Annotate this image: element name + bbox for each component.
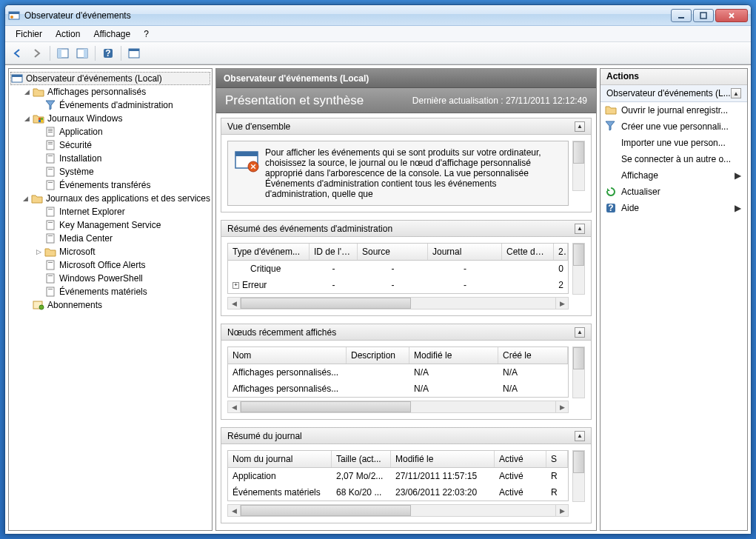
- toolbar-separator: [50, 46, 50, 61]
- col-s[interactable]: S: [546, 451, 568, 467]
- svg-rect-33: [48, 209, 53, 210]
- col-created[interactable]: Créé le: [498, 347, 568, 364]
- svg-rect-12: [129, 49, 139, 51]
- col-size[interactable]: Taille (act...: [332, 451, 391, 467]
- forward-button[interactable]: [29, 45, 45, 61]
- col-24h[interactable]: 24 h: [554, 244, 568, 260]
- tree-win-security[interactable]: Sécurité: [10, 138, 210, 152]
- collapse-button[interactable]: ▲: [575, 121, 585, 132]
- action-view[interactable]: Affichage▶: [601, 167, 747, 184]
- tree-app-office[interactable]: Microsoft Office Alerts: [10, 258, 210, 272]
- table-row[interactable]: Affichages personnalisés...N/AN/A: [228, 364, 568, 381]
- vertical-scrollbar[interactable]: [572, 243, 585, 295]
- menu-help[interactable]: ?: [138, 27, 155, 41]
- svg-text:?: ?: [608, 203, 613, 213]
- col-modified[interactable]: Modifié le: [391, 451, 495, 467]
- svg-rect-17: [39, 120, 41, 122]
- col-type[interactable]: Type d'événem...: [228, 244, 310, 260]
- svg-rect-36: [47, 234, 54, 243]
- help-toolbar-button[interactable]: ?: [100, 45, 116, 61]
- collapse-button[interactable]: ▲: [575, 431, 585, 441]
- log-icon: [44, 206, 56, 218]
- recent-table[interactable]: Nom Description Modifié le Créé le Affic…: [227, 346, 569, 398]
- action-connect[interactable]: Se connecter à un autre o...: [601, 151, 747, 167]
- back-button[interactable]: [10, 45, 26, 61]
- svg-rect-1: [9, 12, 19, 14]
- horizontal-scrollbar[interactable]: ◀▶: [227, 504, 569, 517]
- tree-win-application[interactable]: Application: [10, 125, 210, 138]
- properties-button[interactable]: [126, 45, 142, 61]
- tree-win-system[interactable]: Système: [10, 165, 210, 178]
- show-actions-button[interactable]: [74, 45, 90, 61]
- table-row[interactable]: Application2,07 Mo/2...27/11/2011 11:57:…: [228, 468, 568, 484]
- svg-rect-38: [47, 261, 54, 270]
- collapse-button[interactable]: ▲: [575, 327, 585, 338]
- maximize-button[interactable]: [693, 9, 714, 22]
- svg-rect-16: [41, 118, 43, 120]
- action-open-log[interactable]: Ouvrir le journal enregistr...: [601, 102, 747, 118]
- vertical-scrollbar[interactable]: [572, 141, 585, 191]
- svg-rect-21: [48, 130, 53, 131]
- collapse-button[interactable]: ▲: [731, 88, 741, 98]
- table-row[interactable]: Critique - - - 0: [228, 261, 568, 277]
- col-mod[interactable]: Modifié le: [409, 347, 498, 364]
- action-create-view[interactable]: Créer une vue personnali...: [601, 118, 747, 135]
- action-import-view[interactable]: Importer une vue person...: [601, 135, 747, 151]
- tree-app-logs[interactable]: ◢Journaux des applications et des servic…: [10, 192, 210, 205]
- main-content[interactable]: Vue d'ensemble▲ Pour afficher les événem…: [216, 113, 596, 530]
- app-window: Observateur d'événements Fichier Action …: [4, 4, 752, 535]
- tree-app-hardware[interactable]: Événements matériels: [10, 285, 210, 298]
- tree-windows-logs[interactable]: ◢Journaux Windows: [10, 112, 210, 125]
- minimize-button[interactable]: [671, 9, 692, 22]
- collapse-button[interactable]: ▲: [575, 224, 585, 234]
- actions-group-header[interactable]: Observateur d'événements (L... ▲: [601, 85, 747, 102]
- collapse-icon[interactable]: ◢: [22, 114, 31, 123]
- main-subtitle: Présentation et synthèse: [225, 93, 364, 108]
- action-help[interactable]: ?Aide▶: [601, 200, 747, 216]
- action-refresh[interactable]: Actualiser: [601, 184, 747, 200]
- horizontal-scrollbar[interactable]: ◀▶: [227, 401, 569, 413]
- col-log[interactable]: Journal: [428, 244, 502, 260]
- menu-action[interactable]: Action: [50, 27, 86, 41]
- tree-app-kms[interactable]: Key Management Service: [10, 218, 210, 232]
- collapse-icon[interactable]: ◢: [22, 87, 31, 96]
- tree-app-microsoft[interactable]: ▷Microsoft: [10, 245, 210, 258]
- log-icon: [44, 272, 56, 284]
- tree-panel[interactable]: Observateur d'événements (Local) ◢Affich…: [8, 68, 213, 531]
- col-id[interactable]: ID de l'é...: [310, 244, 358, 260]
- vertical-scrollbar[interactable]: [572, 346, 585, 398]
- menu-view[interactable]: Affichage: [87, 27, 136, 41]
- col-logname[interactable]: Nom du journal: [228, 451, 332, 467]
- tree-root[interactable]: Observateur d'événements (Local): [10, 72, 210, 85]
- horizontal-scrollbar[interactable]: ◀▶: [227, 297, 569, 309]
- table-row[interactable]: Événements matériels68 Ko/20 ...23/06/20…: [228, 484, 568, 500]
- col-name[interactable]: Nom: [228, 347, 347, 364]
- summary-table[interactable]: Type d'événem... ID de l'é... Source Jou…: [227, 243, 569, 294]
- menu-file[interactable]: Fichier: [10, 27, 48, 41]
- expand-icon[interactable]: ▷: [34, 247, 43, 256]
- svg-rect-4: [700, 13, 706, 19]
- log-icon: [44, 153, 56, 164]
- tree-admin-events[interactable]: Événements d'administration: [10, 98, 210, 112]
- col-cette[interactable]: Cette der...: [502, 244, 554, 260]
- tree-app-ie[interactable]: Internet Explorer: [10, 205, 210, 218]
- table-row[interactable]: Affichages personnalisés...N/AN/A: [228, 381, 568, 397]
- logsum-table[interactable]: Nom du journal Taille (act... Modifié le…: [227, 450, 569, 501]
- tree-custom-views[interactable]: ◢Affichages personnalisés: [10, 85, 210, 98]
- tree-win-setup[interactable]: Installation: [10, 152, 210, 165]
- vertical-scrollbar[interactable]: [572, 450, 585, 502]
- log-icon: [44, 179, 56, 191]
- close-button[interactable]: [715, 9, 748, 22]
- expand-icon[interactable]: +: [233, 282, 239, 289]
- tree-win-forwarded[interactable]: Événements transférés: [10, 178, 210, 192]
- col-enabled[interactable]: Activé: [495, 451, 546, 467]
- col-desc[interactable]: Description: [347, 347, 409, 364]
- show-tree-button[interactable]: [55, 45, 71, 61]
- table-row[interactable]: +Erreur - - - 2: [228, 277, 568, 293]
- tree-app-mc[interactable]: Media Center: [10, 232, 210, 245]
- tree-subscriptions[interactable]: Abonnements: [10, 298, 210, 312]
- tree-app-powershell[interactable]: Windows PowerShell: [10, 272, 210, 285]
- collapse-icon[interactable]: ◢: [22, 194, 30, 203]
- col-source[interactable]: Source: [358, 244, 428, 260]
- log-icon: [44, 259, 56, 271]
